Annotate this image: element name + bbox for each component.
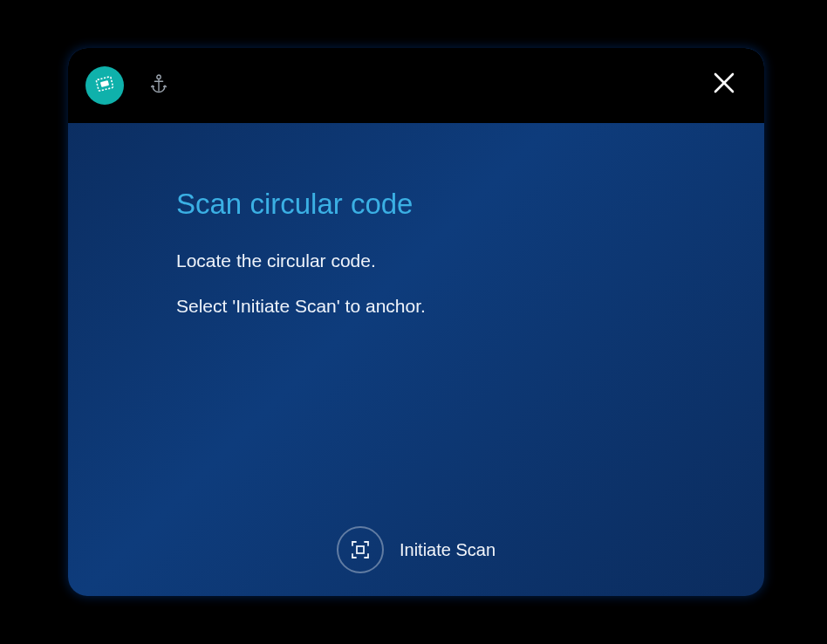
svg-rect-1 [100, 80, 109, 87]
page-title: Scan circular code [176, 188, 729, 221]
anchor-icon [150, 74, 167, 97]
scan-tab[interactable] [85, 66, 124, 105]
dialog-window: Scan circular code Locate the circular c… [68, 48, 764, 596]
title-bar [68, 48, 764, 123]
svg-rect-7 [357, 546, 364, 553]
close-icon [712, 71, 736, 99]
instruction-text: Locate the circular code. [176, 250, 729, 271]
close-button[interactable] [707, 67, 742, 102]
action-bar: Initiate Scan [68, 526, 764, 573]
instruction-text: Select 'Initiate Scan' to anchor. [176, 296, 729, 317]
anchor-tab[interactable] [140, 66, 178, 105]
chip-icon [93, 75, 116, 96]
initiate-scan-button[interactable]: Initiate Scan [337, 526, 496, 573]
content-area: Scan circular code Locate the circular c… [68, 123, 764, 317]
initiate-scan-label: Initiate Scan [400, 540, 496, 560]
scan-frame-icon [337, 526, 384, 573]
